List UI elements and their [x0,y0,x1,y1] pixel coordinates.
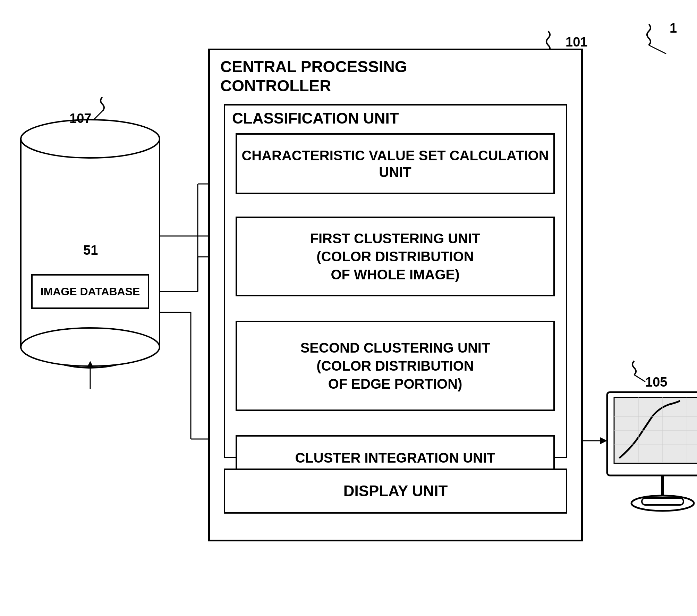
first-cluster-box: FIRST CLUSTERING UNIT (COLOR DISTRIBUTIO… [236,217,555,296]
svg-point-13 [21,328,160,366]
ref-101: 101 [566,35,587,50]
ref-107: 107 [69,111,91,126]
char-value-text: CHARACTERISTIC VALUE SET CALCULATION UNI… [237,147,553,180]
svg-marker-38 [600,437,607,444]
display-unit-title: DISPLAY UNIT [343,482,448,500]
svg-rect-39 [607,392,697,475]
cluster-integration-title: CLUSTER INTEGRATION UNIT [295,450,495,466]
svg-line-10 [634,375,645,382]
display-unit-box: DISPLAY UNIT [224,469,567,514]
svg-line-0 [649,45,666,54]
svg-point-48 [631,496,694,511]
first-cluster-line2: (COLOR DISTRIBUTION [310,247,480,265]
cpc-outer-box: CENTRAL PROCESSING CONTROLLER CLASSIFICA… [208,49,583,541]
ref-105: 105 [645,375,667,390]
char-value-title: CHARACTERISTIC VALUE SET CALCULATION UNI… [237,147,553,180]
svg-line-9 [97,238,108,248]
image-database-box: IMAGE DATABASE [31,274,149,309]
ref-1: 1 [670,21,677,36]
first-cluster-line1: FIRST CLUSTERING UNIT [310,229,480,247]
second-cluster-title: SECOND CLUSTERING UNIT (COLOR DISTRIBUTI… [300,339,490,393]
cpc-title-line1: CENTRAL PROCESSING [220,57,407,76]
cpc-title-line2: CONTROLLER [220,76,407,95]
cpc-title: CENTRAL PROCESSING CONTROLLER [220,57,407,95]
classification-box: CLASSIFICATION UNIT CHARACTERISTIC VALUE… [224,104,567,458]
svg-line-8 [90,111,102,123]
ref-51: 51 [83,243,98,258]
svg-marker-36 [87,361,94,368]
first-cluster-line3: OF WHOLE IMAGE) [310,265,480,284]
svg-rect-40 [614,397,697,463]
diagram-container: 1 101 10 11 12 13 14 20 107 51 105 CENTR… [0,0,697,616]
second-cluster-line3: OF EDGE PORTION) [300,375,490,393]
char-value-box: CHARACTERISTIC VALUE SET CALCULATION UNI… [236,133,555,194]
first-cluster-title: FIRST CLUSTERING UNIT (COLOR DISTRIBUTIO… [310,229,480,284]
second-cluster-line2: (COLOR DISTRIBUTION [300,357,490,375]
image-database-title: IMAGE DATABASE [41,285,140,298]
second-cluster-box: SECOND CLUSTERING UNIT (COLOR DISTRIBUTI… [236,321,555,411]
second-cluster-line1: SECOND CLUSTERING UNIT [300,339,490,357]
svg-rect-49 [642,498,683,505]
classification-title: CLASSIFICATION UNIT [232,110,399,127]
